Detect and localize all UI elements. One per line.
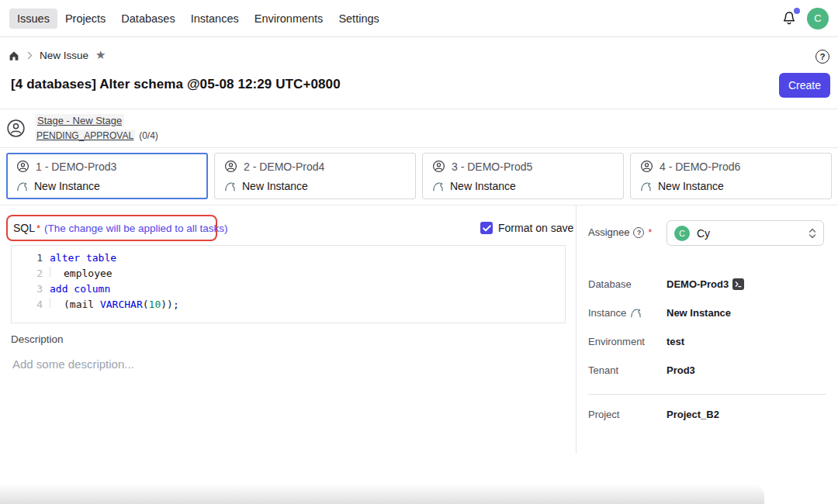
notification-bell-button[interactable]	[781, 10, 797, 27]
avatar[interactable]: C	[807, 8, 829, 29]
task-card-instance: New Instance	[450, 180, 516, 192]
stage-status-link[interactable]: PENDING_APPROVAL	[35, 129, 135, 142]
stage-section: Stage - New Stage PENDING_APPROVAL (0/4)	[6, 114, 158, 142]
format-on-save-label: Format on save	[498, 222, 573, 234]
assignee-label-row: Assignee ? *	[588, 226, 652, 238]
field-label: Database	[588, 278, 667, 290]
nav-item-environments[interactable]: Environments	[247, 9, 331, 29]
nav-item-settings[interactable]: Settings	[331, 9, 386, 29]
field-value[interactable]: Prod3	[667, 364, 695, 376]
main-sidebar-divider	[576, 205, 577, 454]
person-circle-icon	[432, 160, 445, 173]
sidebar-divider	[588, 394, 826, 395]
field-label: Tenant	[588, 364, 667, 376]
code-line: 2employee	[12, 266, 565, 281]
top-nav: IssuesProjectsDatabasesInstancesEnvironm…	[0, 0, 838, 37]
home-icon[interactable]	[8, 50, 20, 61]
mysql-icon	[630, 307, 642, 319]
line-number: 4	[12, 297, 43, 312]
nav-item-issues[interactable]: Issues	[9, 9, 57, 29]
nav-item-instances[interactable]: Instances	[183, 9, 247, 29]
task-card-title: 4 - DEMO-Prod6	[660, 161, 740, 173]
bottom-scroll-shadow	[0, 484, 764, 504]
mysql-icon	[16, 181, 28, 192]
sql-required-mark: *	[36, 223, 40, 234]
task-card[interactable]: 2 - DEMO-Prod4New Instance	[214, 153, 416, 199]
sidebar-field-environment: Environmenttest	[588, 335, 826, 347]
task-card-title: 2 - DEMO-Prod4	[244, 161, 324, 173]
field-value[interactable]: DEMO-Prod3	[667, 278, 744, 290]
sidebar-field-project: Project Project_B2	[588, 408, 826, 420]
divider	[0, 109, 838, 109]
task-card-title: 3 - DEMO-Prod5	[452, 161, 532, 173]
project-value[interactable]: Project_B2	[667, 409, 719, 420]
mysql-icon	[640, 181, 652, 192]
sidebar-field-tenant: TenantProd3	[588, 364, 826, 376]
stage-name-link[interactable]: Stage - New Stage	[35, 114, 124, 127]
nav-item-projects[interactable]: Projects	[57, 9, 113, 29]
sidebar-field-instance: InstanceNew Instance	[588, 306, 826, 319]
nav-items: IssuesProjectsDatabasesInstancesEnvironm…	[9, 9, 387, 29]
format-on-save-checkbox[interactable]	[480, 222, 493, 234]
person-circle-icon	[224, 160, 237, 173]
stage-progress: (0/4)	[139, 130, 158, 141]
field-label: Instance	[588, 307, 667, 319]
sql-label-annotation-box: SQL * (The change will be applied to all…	[6, 215, 217, 241]
breadcrumb-current: New Issue	[40, 50, 88, 61]
field-value[interactable]: test	[667, 336, 684, 347]
sql-hint: (The change will be applied to all tasks…	[44, 223, 227, 234]
line-number: 2	[12, 266, 43, 281]
assignee-value: Cy	[697, 227, 710, 240]
assignee-select[interactable]: C Cy	[667, 220, 824, 246]
assignee-label: Assignee	[588, 226, 629, 238]
sidebar-field-database: DatabaseDEMO-Prod3	[588, 278, 826, 290]
code-line: 4(mail VARCHAR(10));	[12, 297, 565, 312]
indent-guide	[50, 298, 64, 308]
page-title: [4 databases] Alter schema @05-08 12:29 …	[11, 77, 341, 92]
create-button[interactable]: Create	[779, 73, 830, 98]
divider	[0, 205, 838, 205]
person-circle-icon	[640, 160, 653, 173]
sql-label: SQL	[13, 222, 35, 234]
task-card[interactable]: 4 - DEMO-Prod6New Instance	[630, 153, 832, 199]
person-circle-icon	[6, 119, 26, 138]
sql-editor[interactable]: 1alter table2employee3add column4(mail V…	[11, 245, 566, 323]
code-text: add column	[50, 281, 110, 297]
task-card-instance: New Instance	[242, 180, 308, 192]
task-card[interactable]: 3 - DEMO-Prod5New Instance	[422, 153, 624, 199]
assignee-required-mark: *	[648, 227, 652, 238]
nav-right: C	[781, 8, 829, 29]
task-card-title: 1 - DEMO-Prod3	[36, 161, 116, 173]
code-text: employee	[50, 266, 113, 281]
nav-item-databases[interactable]: Databases	[113, 9, 182, 29]
code-text: alter table	[50, 250, 116, 266]
breadcrumb: New Issue ★	[8, 50, 106, 61]
task-card[interactable]: 1 - DEMO-Prod3New Instance	[6, 153, 208, 199]
chevron-right-icon	[27, 51, 33, 60]
assignee-avatar: C	[674, 226, 690, 241]
terminal-icon[interactable]	[732, 278, 744, 290]
line-number: 1	[12, 250, 43, 266]
mysql-icon	[432, 181, 444, 192]
field-value[interactable]: New Instance	[667, 307, 731, 319]
help-icon[interactable]: ?	[815, 50, 829, 64]
line-number: 3	[12, 281, 43, 297]
field-label: Environment	[588, 336, 667, 347]
code-line: 3add column	[12, 281, 565, 297]
task-card-instance: New Instance	[658, 180, 724, 192]
task-card-instance: New Instance	[34, 180, 100, 192]
star-icon[interactable]: ★	[95, 49, 106, 60]
chevron-up-down-icon	[809, 227, 816, 240]
person-circle-icon	[16, 160, 29, 173]
mysql-icon	[224, 181, 236, 192]
project-label: Project	[588, 409, 667, 420]
assignee-help-icon[interactable]: ?	[633, 227, 644, 238]
code-line: 1alter table	[12, 250, 565, 266]
format-on-save-control: Format on save	[480, 222, 573, 234]
sidebar-fields: DatabaseDEMO-Prod3InstanceNew InstanceEn…	[588, 278, 826, 392]
description-label: Description	[11, 333, 64, 345]
description-input[interactable]: Add some description...	[12, 357, 556, 419]
code-text: (mail VARCHAR(10));	[50, 297, 179, 312]
task-card-list: 1 - DEMO-Prod3New Instance2 - DEMO-Prod4…	[6, 153, 832, 199]
notification-dot	[794, 8, 800, 14]
